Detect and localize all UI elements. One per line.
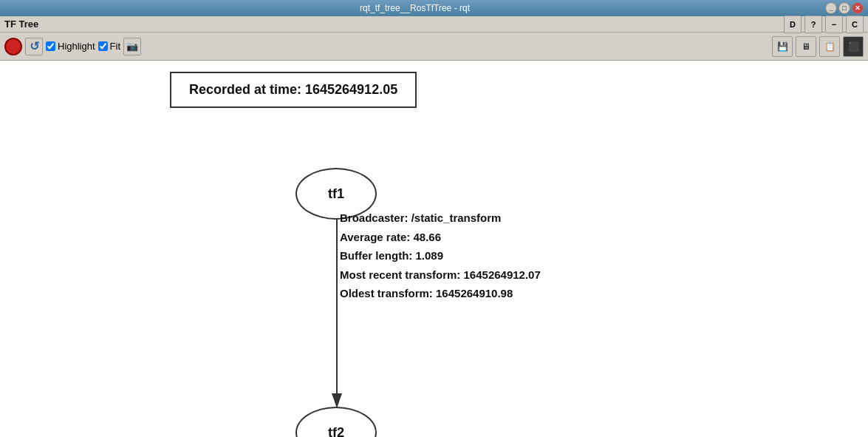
- title-bar: rqt_tf_tree__RosTfTree - rqt _ □ ✕: [0, 0, 868, 16]
- toolbar-right: 💾 🖥 📋 ⬛: [772, 36, 864, 57]
- stop-button[interactable]: [4, 38, 22, 55]
- tf2-label: tf2: [328, 425, 344, 438]
- copy-button[interactable]: 📋: [819, 36, 840, 57]
- black-button[interactable]: ⬛: [843, 36, 864, 57]
- highlight-checkbox-label[interactable]: Highlight: [46, 41, 95, 52]
- main-canvas: Recorded at time: 1645264912.05 tf1 Broa…: [0, 61, 868, 437]
- fit-checkbox-label[interactable]: Fit: [98, 41, 120, 52]
- close-panel-button[interactable]: C: [846, 16, 864, 33]
- fit-checkbox[interactable]: [98, 41, 108, 51]
- highlight-label: Highlight: [58, 41, 95, 52]
- most-recent-info: Most recent transform: 1645264912.07: [340, 265, 541, 285]
- tf2-node[interactable]: tf2: [295, 407, 377, 437]
- close-button[interactable]: ✕: [852, 2, 864, 14]
- edge-info: Broadcaster: /static_transform Average r…: [340, 209, 541, 303]
- window-controls: _ □ ✕: [825, 2, 864, 14]
- panel-title: TF Tree: [4, 18, 38, 30]
- highlight-checkbox[interactable]: [46, 41, 55, 51]
- window-header: TF Tree D ? − C: [0, 16, 868, 33]
- toolbar: ↺ Highlight Fit 📷 💾 🖥 📋 ⬛: [0, 33, 868, 61]
- recorded-at-box: Recorded at time: 1645264912.05: [170, 72, 417, 108]
- buffer-length-info: Buffer length: 1.089: [340, 246, 541, 265]
- help-button[interactable]: ?: [804, 16, 822, 33]
- screenshot-button[interactable]: 🖥: [796, 36, 816, 57]
- maximize-button[interactable]: □: [838, 2, 850, 14]
- average-rate-info: Average rate: 48.66: [340, 228, 541, 247]
- recorded-text: Recorded at time: 1645264912.05: [189, 82, 397, 97]
- d-button[interactable]: D: [784, 16, 802, 33]
- fit-label: Fit: [110, 41, 120, 52]
- save-button[interactable]: 💾: [772, 36, 793, 57]
- dash-button[interactable]: −: [825, 16, 843, 33]
- snapshot-button[interactable]: 📷: [123, 38, 141, 55]
- tf1-label: tf1: [328, 186, 344, 202]
- window-title: rqt_tf_tree__RosTfTree - rqt: [4, 3, 825, 13]
- minimize-button[interactable]: _: [825, 2, 837, 14]
- oldest-info: Oldest transform: 1645264910.98: [340, 284, 541, 303]
- broadcaster-info: Broadcaster: /static_transform: [340, 209, 541, 228]
- refresh-button[interactable]: ↺: [25, 38, 43, 55]
